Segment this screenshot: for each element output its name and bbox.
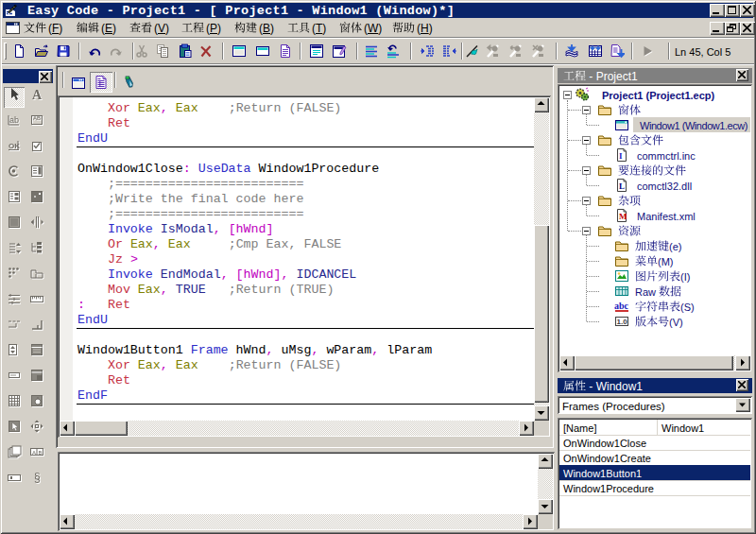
svg-text:M: M: [619, 212, 627, 221]
svg-text:A: A: [32, 450, 36, 456]
svg-text:ab: ab: [9, 115, 19, 125]
svg-text:B: B: [39, 450, 43, 456]
svg-text:§: §: [34, 471, 41, 484]
svg-text:I: I: [619, 151, 623, 161]
svg-text:abc: abc: [614, 301, 629, 311]
svg-text:A: A: [32, 88, 43, 102]
svg-text:L: L: [619, 181, 625, 191]
svg-text:AB: AB: [33, 115, 41, 121]
svg-text:1.0: 1.0: [617, 318, 628, 326]
